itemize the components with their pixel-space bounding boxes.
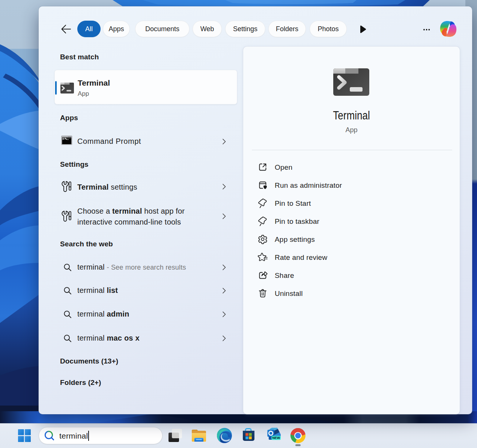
svg-text:NEW: NEW [272,436,280,440]
